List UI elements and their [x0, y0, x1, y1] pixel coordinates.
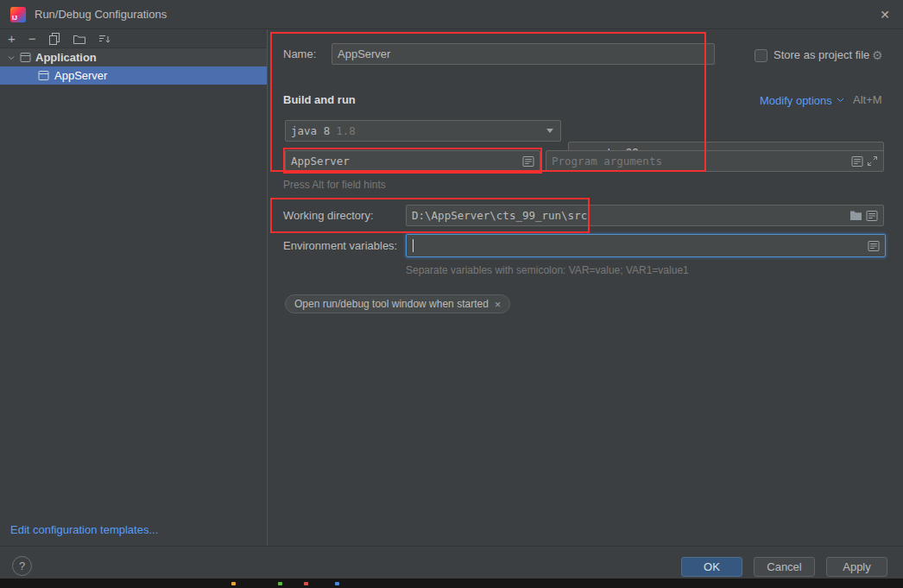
- close-icon[interactable]: ✕: [872, 0, 898, 29]
- working-directory-input[interactable]: D:\AppServer\cts_99_run\src: [406, 205, 884, 226]
- taskbar-strip: [0, 579, 903, 588]
- store-as-project-file-label: Store as project file: [774, 45, 869, 66]
- insert-macros-icon[interactable]: [866, 210, 878, 222]
- expand-field-icon[interactable]: [867, 155, 878, 167]
- environment-variables-hint: Separate variables with semicolon: VAR=v…: [406, 264, 689, 276]
- browse-class-icon[interactable]: [522, 155, 534, 168]
- jre-name: java 8: [291, 124, 330, 137]
- help-button[interactable]: ?: [12, 556, 32, 576]
- cancel-button[interactable]: Cancel: [754, 557, 815, 577]
- jre-version: 1.8: [336, 124, 356, 137]
- sidebar-item-appserver[interactable]: AppServer: [0, 66, 267, 85]
- add-configuration-icon[interactable]: +: [8, 33, 16, 45]
- title-bar: IJ Run/Debug Configurations ✕: [0, 0, 903, 29]
- edit-variables-icon[interactable]: [868, 240, 880, 252]
- main-class-value: AppServer: [291, 155, 519, 168]
- taskbar-dot-icon: [304, 582, 308, 585]
- taskbar-dot-icon: [335, 582, 339, 585]
- working-directory-label: Working directory:: [283, 205, 374, 226]
- window-title: Run/Debug Configurations: [35, 0, 167, 29]
- configurations-sidebar: + − Application AppSer: [0, 29, 268, 546]
- chip-label: Open run/debug tool window when started: [294, 298, 489, 310]
- footer-divider: [0, 546, 903, 547]
- environment-variables-input[interactable]: [406, 234, 886, 257]
- alt-field-hint: Press Alt for field hints: [283, 179, 386, 191]
- insert-macros-icon[interactable]: [851, 155, 863, 168]
- move-into-folder-icon[interactable]: [73, 33, 85, 45]
- taskbar-dot-icon: [278, 582, 282, 585]
- name-input[interactable]: AppServer: [332, 43, 715, 65]
- intellij-logo-icon: IJ: [10, 7, 26, 22]
- build-and-run-section-label: Build and run: [283, 90, 356, 111]
- modify-options-label: Modify options: [760, 94, 832, 107]
- run-debug-configurations-dialog: IJ Run/Debug Configurations ✕ + −: [0, 0, 903, 588]
- store-options-gear-icon[interactable]: ⚙: [872, 45, 883, 66]
- chevron-down-icon: [837, 98, 844, 103]
- browse-folder-icon[interactable]: [849, 210, 862, 221]
- remove-chip-icon[interactable]: ×: [495, 298, 502, 311]
- apply-button[interactable]: Apply: [826, 557, 887, 577]
- application-type-icon: [20, 52, 31, 63]
- modify-options-link[interactable]: Modify options: [760, 90, 844, 111]
- tree-config-label: AppServer: [54, 69, 107, 82]
- remove-configuration-icon[interactable]: −: [28, 33, 36, 45]
- ok-button[interactable]: OK: [681, 557, 742, 577]
- main-class-input[interactable]: AppServer: [285, 150, 540, 172]
- store-as-project-file-checkbox[interactable]: [755, 49, 767, 62]
- working-directory-value: D:\AppServer\cts_99_run\src: [412, 209, 846, 222]
- taskbar-dot-icon: [231, 582, 236, 585]
- tree-group-label: Application: [35, 51, 97, 64]
- sidebar-item-application-group[interactable]: Application: [0, 48, 267, 66]
- program-arguments-input[interactable]: Program arguments: [546, 150, 884, 172]
- environment-variables-label: Environment variables:: [283, 236, 397, 256]
- text-cursor: [413, 239, 414, 252]
- name-label: Name:: [283, 44, 316, 65]
- modify-options-shortcut: Alt+M: [853, 90, 882, 111]
- chevron-down-icon: [7, 54, 16, 62]
- jre-select[interactable]: java 8 1.8: [285, 120, 561, 142]
- sort-configurations-icon[interactable]: [98, 33, 111, 45]
- edit-configuration-templates-link[interactable]: Edit configuration templates...: [10, 523, 158, 536]
- program-arguments-placeholder: Program arguments: [552, 155, 848, 168]
- copy-configuration-icon[interactable]: [49, 33, 60, 45]
- sidebar-toolbar: + −: [0, 29, 267, 48]
- name-value: AppServer: [338, 47, 709, 60]
- chevron-down-icon: [546, 129, 553, 133]
- application-config-icon: [38, 70, 49, 81]
- open-tool-window-chip[interactable]: Open run/debug tool window when started …: [285, 294, 510, 313]
